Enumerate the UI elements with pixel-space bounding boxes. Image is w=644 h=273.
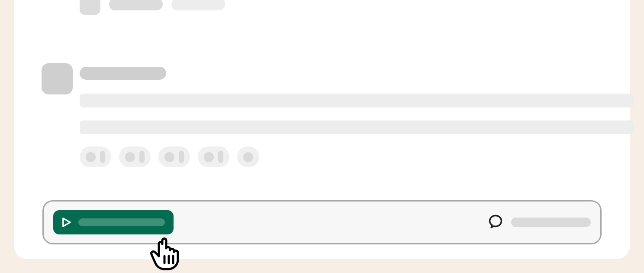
input-right-group [488, 214, 591, 231]
reaction-emoji [164, 152, 174, 162]
play-icon [59, 216, 72, 229]
avatar[interactable] [42, 63, 73, 94]
reaction-emoji [125, 152, 135, 162]
reaction-count [218, 151, 223, 163]
reaction-count [100, 151, 105, 163]
compose-placeholder [511, 218, 591, 227]
message-line [80, 94, 634, 107]
reaction-chip[interactable] [80, 146, 111, 167]
chat-bubble-icon[interactable] [488, 214, 503, 231]
message-input-bar[interactable] [42, 200, 602, 244]
reaction-emoji [204, 152, 214, 162]
add-reaction-chip[interactable] [237, 146, 259, 167]
reaction-emoji [86, 152, 96, 162]
message-line [80, 120, 634, 134]
reaction-count [179, 151, 184, 163]
thread-reply[interactable] [80, 0, 225, 15]
reaction-chip[interactable] [119, 146, 151, 167]
skeleton-text [109, 0, 163, 10]
skeleton-text [171, 0, 225, 10]
reaction-chip[interactable] [158, 146, 190, 167]
reactions-row [80, 146, 259, 167]
huddle-button-label [78, 218, 165, 226]
reaction-emoji [243, 152, 253, 162]
channel-card [14, 0, 630, 259]
author-name[interactable] [80, 67, 166, 80]
reaction-count [139, 151, 145, 163]
start-huddle-button[interactable] [53, 210, 174, 234]
avatar [80, 0, 100, 15]
reaction-chip[interactable] [198, 146, 229, 167]
